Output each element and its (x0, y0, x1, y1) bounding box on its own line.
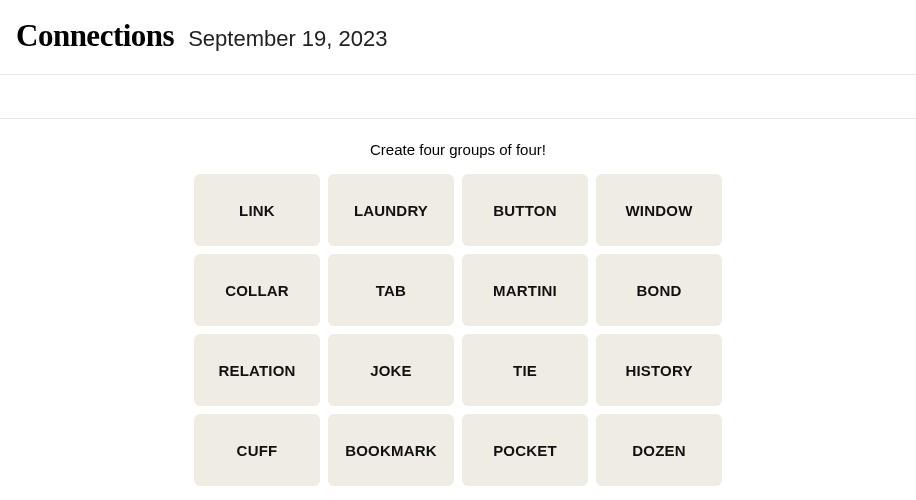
tile-2[interactable]: BUTTON (462, 174, 588, 246)
tile-3[interactable]: WINDOW (596, 174, 722, 246)
tile-13[interactable]: BOOKMARK (328, 414, 454, 486)
tile-6[interactable]: MARTINI (462, 254, 588, 326)
toolbar-band (0, 75, 916, 119)
tile-8[interactable]: RELATION (194, 334, 320, 406)
puzzle-date: September 19, 2023 (188, 26, 387, 52)
page-title: Connections (16, 18, 174, 54)
tile-14[interactable]: POCKET (462, 414, 588, 486)
tile-7[interactable]: BOND (596, 254, 722, 326)
tile-4[interactable]: COLLAR (194, 254, 320, 326)
instruction-text: Create four groups of four! (0, 141, 916, 158)
header: Connections September 19, 2023 (0, 0, 916, 74)
tile-12[interactable]: CUFF (194, 414, 320, 486)
tile-10[interactable]: TIE (462, 334, 588, 406)
tile-15[interactable]: DOZEN (596, 414, 722, 486)
tile-11[interactable]: HISTORY (596, 334, 722, 406)
grid-wrap: LINK LAUNDRY BUTTON WINDOW COLLAR TAB MA… (0, 174, 916, 486)
word-grid: LINK LAUNDRY BUTTON WINDOW COLLAR TAB MA… (194, 174, 722, 486)
tile-0[interactable]: LINK (194, 174, 320, 246)
tile-1[interactable]: LAUNDRY (328, 174, 454, 246)
tile-9[interactable]: JOKE (328, 334, 454, 406)
tile-5[interactable]: TAB (328, 254, 454, 326)
